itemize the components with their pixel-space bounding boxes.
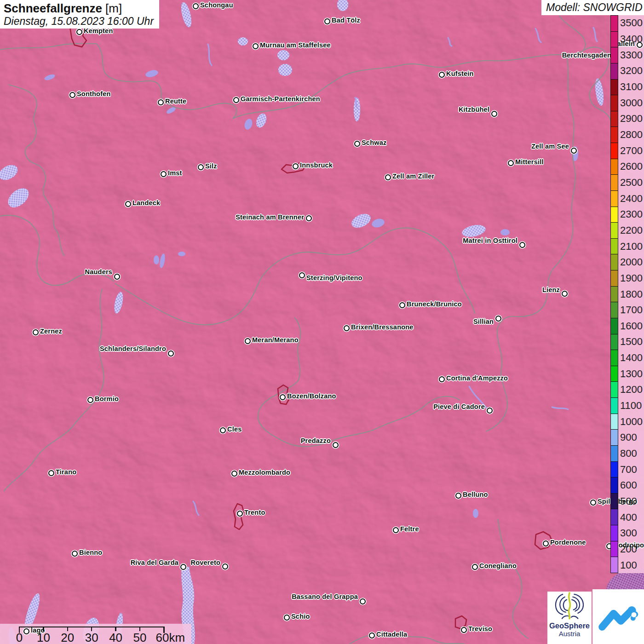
colorbar-value: 2500 xyxy=(620,177,643,189)
scalebar-label: 40 xyxy=(109,631,122,644)
colorbar-segment xyxy=(611,223,618,239)
colorbar-segment xyxy=(611,334,618,351)
scalebar-label: 20 xyxy=(61,631,74,644)
colorbar-segment xyxy=(611,175,618,191)
colorbar-segment xyxy=(611,477,618,494)
colorbar-value: 3300 xyxy=(620,49,643,61)
colorbar-segment xyxy=(611,318,618,334)
colorbar-value: 1000 xyxy=(620,416,643,428)
colorbar-value: 2200 xyxy=(620,224,643,236)
colorbar-segment xyxy=(611,366,618,382)
colorbar-value: 500 xyxy=(620,495,637,507)
colorbar-value: 900 xyxy=(620,431,637,443)
colorbar-segment xyxy=(611,239,618,255)
colorbar-value: 1100 xyxy=(620,400,642,412)
colorbar-segment xyxy=(611,191,618,207)
colorbar-value: 1700 xyxy=(620,304,643,316)
colorbar-value: 1300 xyxy=(620,368,643,380)
colorbar-value: 2000 xyxy=(620,256,643,268)
colorbar-value: 1400 xyxy=(620,352,643,364)
colorbar-segment xyxy=(611,254,618,270)
geosphere-logo-text: GeoSphere xyxy=(549,622,590,630)
colorbar-value: 2100 xyxy=(620,241,643,253)
mountain-logo-icon xyxy=(597,596,639,638)
colorbar-segment xyxy=(611,143,618,159)
colorbar-segment xyxy=(611,302,618,318)
colorbar-value: 2900 xyxy=(620,113,643,125)
scalebar-label: 10 xyxy=(37,631,50,644)
colorbar-segment xyxy=(611,207,618,223)
colorbar-value: 3500 xyxy=(620,17,643,29)
colorbar-value: 600 xyxy=(620,479,637,491)
colorbar-segment xyxy=(611,541,618,558)
colorbar-segment xyxy=(611,287,618,303)
colorbar-value: 3000 xyxy=(620,97,643,109)
colorbar-segment xyxy=(611,80,618,96)
colorbar-value: 2300 xyxy=(620,208,643,220)
colorbar-value: 3100 xyxy=(620,81,643,93)
colorbar-value: 1200 xyxy=(620,384,643,396)
city-dot xyxy=(23,628,29,634)
colorbar-value: 300 xyxy=(620,527,637,539)
partner-logo-box xyxy=(592,589,644,644)
colorbar-segment xyxy=(611,47,618,63)
colorbar-segment xyxy=(611,557,618,573)
colorbar-segment xyxy=(611,63,618,80)
colorbar-value: 1900 xyxy=(620,272,643,284)
colorbar-segment xyxy=(611,398,618,414)
scalebar-label: 0 xyxy=(16,631,23,644)
title-box: Schneefallgrenze [m] Dienstag, 15.08.202… xyxy=(0,0,159,29)
geosphere-logo-subtext: Austria xyxy=(559,630,581,638)
colorbar-value: 3200 xyxy=(620,65,643,77)
colorbar-segment xyxy=(611,350,618,366)
colorbar-value: 1500 xyxy=(620,336,643,348)
colorbar-segment xyxy=(611,159,618,175)
colorbar-value: 1600 xyxy=(620,320,643,332)
colorbar-value: 2600 xyxy=(620,161,643,172)
colorbar-segment xyxy=(611,446,618,462)
colorbar-segment xyxy=(611,111,618,127)
colorbar-value: 2700 xyxy=(620,145,643,157)
colorbar xyxy=(610,15,618,573)
colorbar-segment xyxy=(611,462,618,478)
colorbar-segment xyxy=(611,127,618,143)
colorbar-segment xyxy=(611,509,618,525)
colorbar-value: 100 xyxy=(620,559,637,571)
colorbar-segment xyxy=(611,525,618,541)
scalebar-label: 50 xyxy=(133,631,147,644)
colorbar-segment xyxy=(611,414,618,430)
city-dot xyxy=(590,500,596,506)
scalebar-label: 30 xyxy=(85,631,98,644)
geosphere-logo-icon xyxy=(552,592,586,622)
panel-overlap-label-layer: HalleinSpilimbergoCodroipolago xyxy=(0,0,644,644)
weather-map-screenshot: SchongauBad TölzKemptenMurnau am Staffel… xyxy=(0,0,644,644)
colorbar-value: 700 xyxy=(620,464,637,476)
colorbar-value: 1800 xyxy=(620,288,643,300)
colorbar-segment xyxy=(611,32,618,48)
colorbar-segment xyxy=(611,382,618,398)
colorbar-value: 2400 xyxy=(620,193,643,205)
colorbar-value: 3400 xyxy=(620,33,643,45)
model-label: Modell: SNOWGRID xyxy=(541,0,644,15)
colorbar-segment xyxy=(611,16,618,32)
colorbar-segment xyxy=(611,430,618,446)
page-title: Schneefallgrenze [m] xyxy=(4,1,155,15)
title-text: Schneefallgrenze xyxy=(4,1,102,15)
geosphere-logo-box: GeoSphere Austria xyxy=(547,592,592,644)
colorbar-value: 800 xyxy=(620,448,637,460)
colorbar-value: 200 xyxy=(620,543,637,555)
timestamp: Dienstag, 15.08.2023 16:00 Uhr xyxy=(4,15,155,28)
title-unit: [m] xyxy=(102,1,122,15)
colorbar-segment xyxy=(611,494,618,510)
colorbar-value: 2800 xyxy=(620,129,643,141)
scalebar-label: 60km xyxy=(156,631,185,644)
colorbar-segment xyxy=(611,270,618,287)
colorbar-segment xyxy=(611,95,618,111)
colorbar-value: 400 xyxy=(620,512,637,523)
